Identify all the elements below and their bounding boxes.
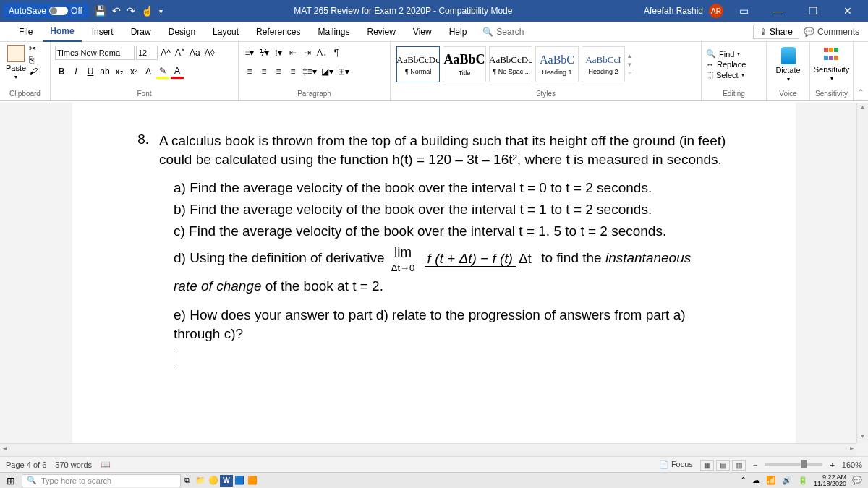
scroll-right-icon[interactable]: ▸ [850, 444, 854, 452]
select-button[interactable]: ⬚Select▾ [706, 70, 762, 80]
battery-icon[interactable]: 🔋 [798, 476, 808, 485]
align-right-button[interactable]: ≡ [272, 64, 285, 79]
web-layout-icon[interactable]: ▥ [732, 460, 746, 471]
strike-button[interactable]: ab [98, 64, 111, 79]
tab-mailings[interactable]: Mailings [310, 22, 357, 41]
tab-help[interactable]: Help [442, 22, 475, 41]
subscript-button[interactable]: x₂ [113, 64, 126, 79]
styles-scroll-up-icon[interactable]: ▴ [628, 52, 631, 59]
scroll-left-icon[interactable]: ◂ [3, 444, 7, 452]
replace-button[interactable]: ↔Replace [706, 60, 762, 69]
line-spacing-button[interactable]: ‡≡▾ [301, 64, 318, 79]
word-count[interactable]: 570 words [55, 461, 92, 469]
decrease-indent-button[interactable]: ⇤ [286, 46, 299, 60]
app-icon[interactable]: 🟦 [233, 475, 246, 487]
bold-button[interactable]: B [55, 64, 68, 79]
align-left-button[interactable]: ≡ [243, 64, 256, 79]
file-explorer-icon[interactable]: 📁 [194, 475, 207, 487]
save-icon[interactable]: 💾 [94, 5, 106, 17]
borders-button[interactable]: ⊞▾ [336, 64, 351, 79]
restore-icon[interactable]: ❐ [799, 5, 827, 17]
dictate-button[interactable]: Dictate ▾ [771, 43, 805, 85]
ribbon-options-icon[interactable]: ▭ [729, 5, 758, 17]
justify-button[interactable]: ≡ [286, 64, 299, 79]
italic-button[interactable]: I [69, 64, 82, 79]
print-layout-icon[interactable]: ▤ [716, 460, 730, 471]
minimize-icon[interactable]: — [764, 5, 793, 17]
document-page[interactable]: 8. A calculus book is thrown from the to… [72, 103, 796, 456]
shading-button[interactable]: ◪▾ [320, 64, 335, 79]
close-icon[interactable]: ✕ [833, 5, 862, 17]
read-mode-icon[interactable]: ▦ [700, 460, 714, 471]
user-avatar[interactable]: AR [709, 4, 723, 18]
find-button[interactable]: 🔍Find▾ [706, 49, 762, 59]
font-family-input[interactable] [55, 46, 135, 60]
autosave-toggle[interactable]: AutoSave Off [3, 4, 88, 18]
highlight-button[interactable]: ✎ [156, 64, 169, 79]
zoom-slider[interactable] [765, 463, 822, 466]
notifications-icon[interactable]: 💬 [852, 476, 862, 485]
tab-file[interactable]: File [12, 22, 40, 41]
scroll-up-icon[interactable]: ▴ [857, 103, 868, 114]
tray-chevron-icon[interactable]: ⌃ [740, 476, 746, 485]
paste-button[interactable]: Paste ▾ [4, 43, 27, 82]
numbering-button[interactable]: ⅟▾ [258, 46, 271, 60]
style-no-spacing[interactable]: AaBbCcDc ¶ No Spac... [489, 46, 532, 82]
horizontal-scrollbar[interactable]: ◂ ▸ [0, 443, 856, 456]
font-color-button[interactable]: A [171, 64, 184, 79]
increase-indent-button[interactable]: ⇥ [301, 46, 314, 60]
tell-me-search[interactable]: 🔍 Search [482, 27, 524, 37]
volume-icon[interactable]: 🔊 [782, 476, 792, 485]
tab-view[interactable]: View [406, 22, 439, 41]
tab-home[interactable]: Home [43, 22, 81, 42]
copy-icon[interactable]: ⎘ [29, 55, 38, 65]
touch-mode-icon[interactable]: ☝ [141, 5, 153, 17]
tab-review[interactable]: Review [360, 22, 403, 41]
styles-more-icon[interactable]: ≡ [628, 69, 631, 77]
style-normal[interactable]: AaBbCcDc ¶ Normal [396, 46, 440, 82]
zoom-out-icon[interactable]: − [753, 461, 757, 469]
sensitivity-button[interactable]: Sensitivity ▾ [814, 43, 848, 85]
styles-scroll-down-icon[interactable]: ▾ [628, 61, 631, 68]
superscript-button[interactable]: x² [127, 64, 140, 79]
tab-draw[interactable]: Draw [124, 22, 158, 41]
share-button[interactable]: ⇪ Share [753, 25, 799, 39]
zoom-level[interactable]: 160% [842, 461, 862, 469]
system-clock[interactable]: 9:22 AM 11/18/2020 [814, 474, 846, 487]
page-status[interactable]: Page 4 of 6 [6, 461, 46, 469]
cut-icon[interactable]: ✂ [29, 43, 38, 53]
taskbar-search[interactable]: 🔍 Type here to search [22, 474, 181, 487]
align-center-button[interactable]: ≡ [258, 64, 271, 79]
comments-button[interactable]: 💬 Comments [804, 27, 859, 37]
task-view-icon[interactable]: ⧉ [181, 475, 194, 487]
scroll-down-icon[interactable]: ▾ [857, 432, 868, 443]
redo-icon[interactable]: ↷ [127, 5, 135, 17]
change-case-button[interactable]: Aa [188, 46, 202, 60]
style-heading2[interactable]: AaBbCcI Heading 2 [582, 46, 625, 82]
tab-insert[interactable]: Insert [85, 22, 121, 41]
sort-button[interactable]: A↓ [315, 46, 328, 60]
style-heading1[interactable]: AaBbC Heading 1 [535, 46, 579, 82]
shrink-font-button[interactable]: A˅ [174, 46, 187, 60]
tab-layout[interactable]: Layout [205, 22, 246, 41]
tray-cloud-icon[interactable]: ☁ [752, 476, 760, 485]
spellcheck-icon[interactable]: 📖 [101, 460, 111, 469]
focus-mode[interactable]: 📄 Focus [659, 460, 693, 469]
zoom-in-icon[interactable]: + [830, 461, 834, 469]
user-name[interactable]: Afeefah Rashid [644, 6, 703, 16]
font-size-input[interactable] [136, 46, 158, 60]
text-effects-button[interactable]: A [142, 64, 155, 79]
undo-icon[interactable]: ↶ [112, 5, 121, 17]
show-marks-button[interactable]: ¶ [330, 46, 343, 60]
format-painter-icon[interactable]: 🖌 [29, 67, 38, 77]
word-taskbar-icon[interactable]: W [220, 475, 233, 487]
vertical-scrollbar[interactable]: ▴ ▾ [856, 103, 868, 443]
chrome-icon[interactable]: 🟡 [207, 475, 220, 487]
bullets-button[interactable]: ≡▾ [243, 46, 256, 60]
underline-button[interactable]: U [84, 64, 97, 79]
multilevel-button[interactable]: ⁞▾ [272, 46, 285, 60]
app2-icon[interactable]: 🟧 [246, 475, 259, 487]
tab-references[interactable]: References [249, 22, 307, 41]
wifi-icon[interactable]: 📶 [766, 476, 776, 485]
clear-format-button[interactable]: A◊ [203, 46, 216, 60]
